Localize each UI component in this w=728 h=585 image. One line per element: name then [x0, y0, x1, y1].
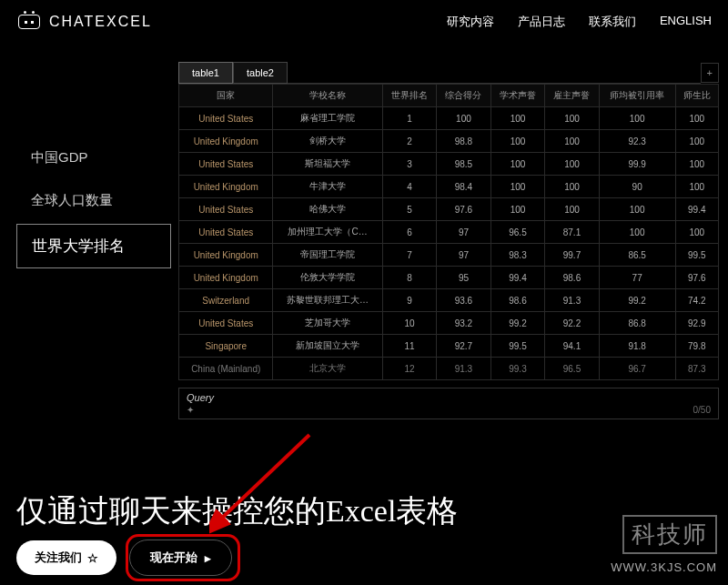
column-header: 世界排名	[382, 85, 437, 107]
follow-button[interactable]: 关注我们 ☆	[16, 540, 116, 575]
column-header: 学术声誉	[490, 85, 545, 107]
table-cell: 北京大学	[273, 358, 382, 380]
table-cell: Singapore	[179, 335, 273, 358]
nav-research[interactable]: 研究内容	[447, 14, 494, 30]
table-cell: 92.3	[599, 130, 675, 153]
table-cell: United States	[179, 107, 273, 130]
sidebar-item-university[interactable]: 世界大学排名	[16, 224, 171, 268]
table-cell: 6	[382, 221, 437, 244]
table-cell: 哈佛大学	[273, 198, 382, 221]
table-row[interactable]: United Kingdom伦敦大学学院89599.498.67797.6	[179, 267, 719, 289]
table-cell: 帝国理工学院	[273, 244, 382, 267]
table-cell: 97.6	[437, 198, 491, 221]
table-cell: 97	[437, 221, 491, 244]
table-cell: United Kingdom	[179, 267, 273, 289]
table-row[interactable]: United Kingdom帝国理工学院79798.399.786.599.5	[179, 244, 719, 267]
tab-table2[interactable]: table2	[233, 62, 288, 84]
table-cell: 92.2	[545, 312, 600, 335]
table-cell: 100	[490, 176, 545, 198]
table-cell: 97.6	[675, 267, 718, 289]
table-row[interactable]: China (Mainland)北京大学1291.399.396.596.787…	[179, 358, 719, 380]
table-cell: 99.4	[675, 198, 718, 221]
logo[interactable]: CHATEXCEL	[16, 11, 152, 33]
table-row[interactable]: Singapore新加坡国立大学1192.799.594.191.879.8	[179, 335, 719, 358]
table-cell: 10	[382, 312, 437, 335]
sidebar-item-population[interactable]: 全球人口数量	[16, 181, 171, 220]
sidebar: 中国GDP 全球人口数量 世界大学排名	[16, 62, 171, 419]
column-header: 雇主声誉	[545, 85, 600, 107]
sidebar-item-gdp[interactable]: 中国GDP	[16, 138, 171, 177]
table-cell: 95	[437, 267, 491, 289]
query-box[interactable]: Query ✦ 0/50	[178, 388, 719, 419]
table-cell: 5	[382, 198, 437, 221]
table-cell: 100	[675, 221, 718, 244]
table-cell: 9	[382, 289, 437, 312]
table-cell: 100	[545, 176, 600, 198]
table-cell: 100	[599, 107, 675, 130]
table-cell: 99.9	[599, 153, 675, 176]
table-cell: 2	[382, 130, 437, 153]
table-cell: 96.7	[599, 358, 675, 380]
tab-table1[interactable]: table1	[178, 62, 233, 84]
table-cell: 79.8	[675, 335, 718, 358]
query-label: Query	[187, 392, 711, 403]
table-cell: 100	[490, 198, 545, 221]
table-cell: 斯坦福大学	[273, 153, 382, 176]
table-row[interactable]: United Kingdom剑桥大学298.810010092.3100	[179, 130, 719, 153]
table-cell: 99.5	[490, 335, 545, 358]
table-cell: 74.2	[675, 289, 718, 312]
tab-add-icon[interactable]: +	[701, 63, 719, 83]
nav-contact[interactable]: 联系我们	[589, 14, 636, 30]
table-cell: 86.5	[599, 244, 675, 267]
start-button[interactable]: 现在开始 ▸	[129, 540, 232, 576]
table-cell: 100	[545, 198, 600, 221]
column-header: 师生比	[675, 85, 718, 107]
table-panel: table1 table2 + 国家学校名称世界排名综合得分学术声誉雇主声誉师均…	[178, 62, 719, 419]
table-cell: United Kingdom	[179, 244, 273, 267]
table-cell: 91.3	[437, 358, 491, 380]
table-cell: 新加坡国立大学	[273, 335, 382, 358]
table-row[interactable]: United States加州理工大学（C…69796.587.1100100	[179, 221, 719, 244]
table-cell: 98.5	[437, 153, 491, 176]
watermark-logo: 科技师	[622, 515, 717, 554]
column-header: 学校名称	[273, 85, 382, 107]
table-row[interactable]: Switzerland苏黎世联邦理工大…993.698.691.399.274.…	[179, 289, 719, 312]
table-row[interactable]: United States芝加哥大学1093.299.292.286.892.9	[179, 312, 719, 335]
table-cell: 91.8	[599, 335, 675, 358]
table-cell: 98.6	[545, 267, 600, 289]
table-row[interactable]: United States哈佛大学597.610010010099.4	[179, 198, 719, 221]
table-row[interactable]: United States斯坦福大学398.510010099.9100	[179, 153, 719, 176]
table-cell: 99.3	[490, 358, 545, 380]
table-cell: 99.2	[599, 289, 675, 312]
table-cell: 92.7	[437, 335, 491, 358]
table-cell: 100	[490, 153, 545, 176]
query-send-icon[interactable]: ✦	[187, 405, 194, 415]
table-cell: 98.8	[437, 130, 491, 153]
table-cell: 伦敦大学学院	[273, 267, 382, 289]
table-cell: 93.6	[437, 289, 491, 312]
nav-changelog[interactable]: 产品日志	[518, 14, 565, 30]
table-cell: 100	[599, 198, 675, 221]
table-cell: 11	[382, 335, 437, 358]
table-cell: China (Mainland)	[179, 358, 273, 380]
follow-label: 关注我们	[35, 550, 82, 566]
table-cell: 96.5	[490, 221, 545, 244]
table-cell: 77	[599, 267, 675, 289]
table-cell: 93.2	[437, 312, 491, 335]
table-cell: United Kingdom	[179, 176, 273, 198]
table-cell: 91.3	[545, 289, 600, 312]
table-cell: 99.7	[545, 244, 600, 267]
table-cell: 98.6	[490, 289, 545, 312]
table-cell: 98.3	[490, 244, 545, 267]
table-row[interactable]: United States麻省理工学院1100100100100100	[179, 107, 719, 130]
table-cell: 90	[599, 176, 675, 198]
table-row[interactable]: United Kingdom牛津大学498.410010090100	[179, 176, 719, 198]
table-cell: 97	[437, 244, 491, 267]
query-char-count: 0/50	[693, 405, 711, 415]
table-cell: 牛津大学	[273, 176, 382, 198]
table-cell: 7	[382, 244, 437, 267]
table-cell: 100	[675, 176, 718, 198]
table-cell: United States	[179, 312, 273, 335]
nav-english[interactable]: ENGLISH	[660, 14, 712, 30]
watermark-url: WWW.3KJS.COM	[611, 560, 717, 574]
